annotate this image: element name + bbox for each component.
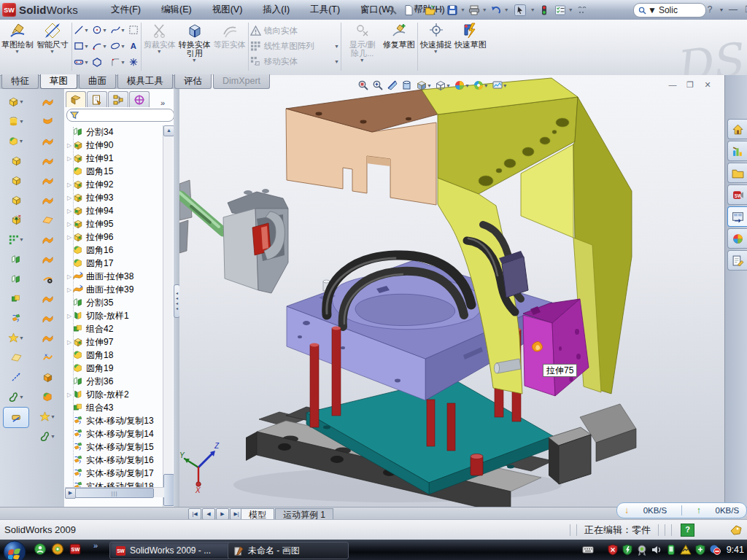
taskbar-window-solidworks[interactable]: SWSolidWorks 2009 - ...: [109, 542, 231, 559]
tree-hscroll-thumb[interactable]: |||: [75, 488, 154, 498]
tree-item[interactable]: 实体-移动/复制17: [66, 467, 162, 480]
move-dropdown-icon[interactable]: ▼: [334, 59, 339, 64]
tree-item[interactable]: 圆角15: [66, 165, 162, 178]
expand-icon[interactable]: ▷: [66, 287, 73, 293]
swept-boss-button[interactable]: [4, 151, 28, 171]
curve-button[interactable]: ▼: [4, 387, 28, 407]
help-button[interactable]: ?: [702, 3, 718, 16]
extruded-boss-button[interactable]: ▼: [4, 92, 28, 112]
tree-filter-input[interactable]: [66, 109, 174, 122]
taskbar-window-paint[interactable]: 未命名 - 画图: [228, 542, 349, 559]
sketch-entity-slot[interactable]: ▼: [74, 54, 89, 70]
expand-icon[interactable]: ▷: [66, 142, 73, 149]
tray-keyboard-icon[interactable]: [582, 544, 594, 556]
toolbar-new-file-icon[interactable]: [401, 3, 416, 18]
toolbar-print-icon[interactable]: [467, 3, 481, 18]
reference-geometry-2-button[interactable]: ▼: [35, 407, 60, 427]
zoom-fit-button[interactable]: [357, 79, 369, 91]
taskpane-tab-custom-properties[interactable]: [727, 250, 747, 271]
panel-tab-feature-manager[interactable]: [66, 91, 86, 107]
snap-dropdown-icon[interactable]: ▼: [433, 49, 438, 54]
repair-sketch-button[interactable]: 修复草图: [382, 21, 416, 72]
expand-icon[interactable]: ▷: [66, 234, 73, 241]
knit-surface-button[interactable]: [35, 348, 60, 368]
next-study-icon[interactable]: ▶: [216, 508, 229, 520]
tree-item[interactable]: 实体-移动/复制13: [66, 414, 162, 427]
convert-entities-button[interactable]: 转换实体引用▼: [177, 21, 213, 72]
expand-icon[interactable]: ▷: [66, 221, 73, 228]
taskpane-tab-appearances[interactable]: [727, 228, 747, 249]
doc-close-button[interactable]: ✕: [701, 79, 714, 90]
open-file-dropdown-icon[interactable]: ▼: [438, 7, 444, 12]
tree-item[interactable]: ▷拉伸91: [66, 152, 162, 165]
expand-icon[interactable]: ▷: [66, 208, 73, 214]
delete-face-button[interactable]: [35, 269, 60, 289]
sketch-entity-circle[interactable]: ▼: [92, 22, 107, 38]
hide-show-items-button[interactable]: ▼: [435, 79, 451, 91]
tree-item[interactable]: 实体-移动/复制16: [66, 454, 162, 467]
tree-item[interactable]: 圆角17: [66, 257, 162, 270]
panel-tabs-overflow[interactable]: »: [160, 98, 165, 107]
new-file-dropdown-icon[interactable]: ▼: [417, 7, 422, 12]
tree-item[interactable]: ▷拉伸94: [66, 204, 162, 217]
prev-study-icon[interactable]: ◀: [202, 508, 215, 520]
apply-scene-button[interactable]: ▼: [473, 79, 489, 91]
tray-warning-triangle-icon[interactable]: [680, 544, 692, 556]
menu-编辑(E)[interactable]: 编辑(E): [151, 0, 202, 20]
expand-icon[interactable]: ▷: [66, 392, 73, 398]
tree-item[interactable]: ▷拉伸96: [66, 230, 162, 244]
tree-item[interactable]: 分割34: [66, 125, 162, 139]
options-list-dropdown-icon[interactable]: ▼: [568, 7, 573, 12]
sketch-entity-ellipse[interactable]: ▼: [110, 38, 125, 54]
tree-item[interactable]: 组合42: [66, 322, 162, 335]
toolbar-pin-icon[interactable]: [385, 3, 400, 18]
doc-restore-button[interactable]: ❐: [684, 79, 697, 90]
extend-surface-button[interactable]: [35, 328, 60, 348]
hole-wizard-button[interactable]: [4, 210, 28, 230]
linear-pattern-button[interactable]: ▼: [4, 230, 28, 249]
tree-item[interactable]: 实体-移动/复制14: [66, 427, 162, 440]
rib-button[interactable]: [4, 190, 28, 210]
expand-icon[interactable]: ▷: [66, 339, 73, 346]
panel-tab-dimxpert-manager[interactable]: [129, 91, 150, 107]
boundary-surface-button[interactable]: [35, 171, 60, 190]
tree-vertical-scrollbar[interactable]: ▲ ▼: [163, 125, 173, 534]
expand-icon[interactable]: ▷: [66, 195, 73, 201]
expand-icon[interactable]: ▷: [66, 155, 73, 162]
ruled-surface-button[interactable]: [35, 249, 60, 269]
move-entities-button[interactable]: 移动实体▼: [250, 54, 339, 69]
rapid-sketch-button[interactable]: 快速草图: [453, 21, 488, 72]
filled-surface-button[interactable]: [35, 190, 60, 210]
lofted-boss-button[interactable]: [4, 171, 28, 190]
toolbar-open-file-icon[interactable]: [423, 3, 438, 18]
view-orientation-button[interactable]: [401, 79, 413, 91]
sketch-entity-point[interactable]: [128, 54, 139, 70]
tree-horizontal-scrollbar[interactable]: ◀ ||| ▶: [65, 487, 164, 497]
menu-插入(I)[interactable]: 插入(I): [252, 0, 300, 20]
print-dropdown-icon[interactable]: ▼: [482, 7, 487, 12]
quick-launch-chevron[interactable]: »: [93, 541, 98, 550]
expand-icon[interactable]: ▷: [66, 313, 73, 319]
display-delete-relations-button[interactable]: 显示/删除几...▼: [343, 21, 382, 72]
tree-item[interactable]: ▷曲面-拉伸38: [66, 270, 162, 283]
smart-dimension-button[interactable]: 智能尺寸▼: [35, 21, 70, 72]
tab-草图[interactable]: 草图: [40, 74, 77, 89]
tree-item[interactable]: ▷曲面-拉伸39: [66, 283, 162, 296]
toolbar-rebuild-traffic-light-icon[interactable]: [537, 3, 551, 18]
tree-item[interactable]: 圆角16: [66, 244, 162, 257]
axis-button[interactable]: [4, 368, 28, 387]
split-button[interactable]: [4, 249, 28, 269]
tray-antivirus-red-shield-icon[interactable]: [607, 544, 619, 556]
instant3d-button[interactable]: [3, 407, 29, 428]
section-view-button[interactable]: [387, 79, 398, 91]
taskpane-tab-view-palette[interactable]: [727, 206, 747, 227]
expand-icon[interactable]: ▷: [66, 182, 73, 188]
tray-shield-plus-icon[interactable]: [694, 544, 706, 556]
zoom-area-button[interactable]: [372, 79, 384, 91]
tab-特征[interactable]: 特征: [1, 74, 39, 89]
convert-dropdown-icon[interactable]: ▼: [192, 58, 197, 63]
select-arrow-dropdown-icon[interactable]: ▼: [530, 7, 535, 12]
tree-item[interactable]: ▷拉伸93: [66, 191, 162, 204]
reference-geometry-button[interactable]: ▼: [4, 328, 28, 348]
tag-icon[interactable]: [729, 524, 743, 536]
